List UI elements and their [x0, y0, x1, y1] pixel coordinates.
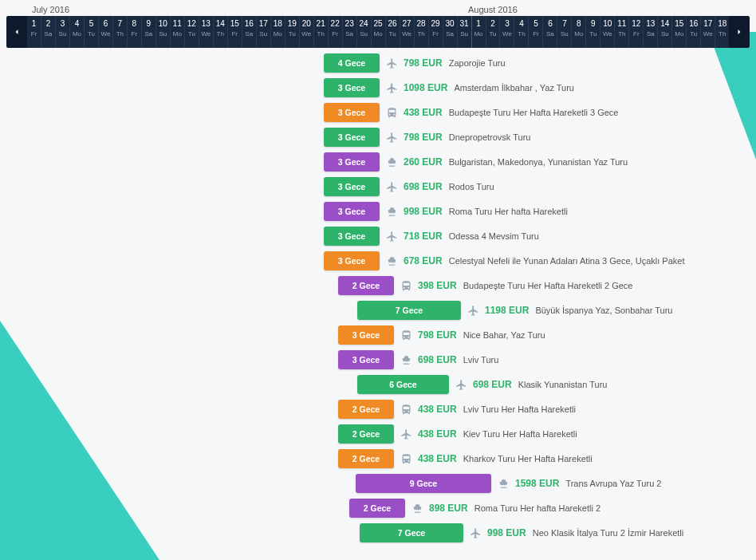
calendar-day[interactable]: 3We [500, 16, 514, 48]
tour-price: 1598 EUR [515, 478, 559, 489]
calendar-day[interactable]: 1Mo [472, 16, 486, 48]
tour-row[interactable]: 3 Gece1098 EURAmsterdam İlkbahar , Yaz T… [29, 77, 727, 98]
plane-icon [384, 231, 399, 243]
month-right-label: August 2016 [468, 5, 724, 14]
tour-row[interactable]: 3 Gece698 EURLviv Turu [29, 349, 727, 370]
tour-price: 798 EUR [418, 329, 457, 341]
calendar-prev-button[interactable] [6, 16, 27, 48]
tour-row[interactable]: 2 Gece438 EURKiev Turu Her Hafta Hareket… [29, 424, 727, 444]
ship-icon [384, 206, 399, 218]
calendar-day[interactable]: 9Sa [142, 16, 156, 48]
calendar-day[interactable]: 14Th [214, 16, 228, 48]
tour-offset [29, 53, 324, 73]
calendar-day[interactable]: 15Mo [672, 16, 687, 48]
tour-nights-badge: 3 Gece [338, 350, 394, 369]
calendar-day[interactable]: 29Fr [429, 16, 443, 48]
tour-row[interactable]: 3 Gece998 EURRoma Turu Her hafta Hareket… [29, 201, 727, 222]
calendar-day[interactable]: 9Tu [586, 16, 600, 48]
calendar-day[interactable]: 6Sa [543, 16, 557, 48]
calendar-day[interactable]: 3Su [56, 16, 70, 48]
calendar-day[interactable]: 24Su [357, 16, 372, 48]
tour-title: Odessa 4 Mevsim Turu [449, 231, 539, 241]
tour-row[interactable]: 3 Gece798 EURNice Bahar, Yaz Turu [29, 325, 727, 345]
calendar-day[interactable]: 5Fr [529, 16, 543, 48]
calendar-day[interactable]: 21Th [314, 16, 329, 48]
tour-row[interactable]: 3 Gece438 EURBudapeşte Turu Her Hafta Ha… [29, 102, 727, 123]
calendar-day[interactable]: 27We [400, 16, 415, 48]
calendar-day[interactable]: 4Mo [70, 16, 85, 48]
tour-price: 678 EUR [404, 255, 443, 266]
calendar-day[interactable]: 18Th [715, 16, 729, 48]
tour-row[interactable]: 2 Gece898 EURRoma Turu Her hafta Hareket… [29, 498, 727, 519]
calendar-day[interactable]: 4Th [514, 16, 529, 48]
calendar-day[interactable]: 13We [199, 16, 214, 48]
tour-title: Lviv Turu Her Hafta Hareketli [463, 404, 576, 414]
calendar-day[interactable]: 12Fr [629, 16, 644, 48]
ship-icon [384, 156, 399, 168]
calendar-day[interactable]: 26Tu [386, 16, 400, 48]
tour-row[interactable]: 2 Gece438 EURLviv Turu Her Hafta Hareket… [29, 399, 727, 420]
calendar-day[interactable]: 16Sa [242, 16, 257, 48]
calendar-day[interactable]: 14Su [658, 16, 672, 48]
tour-row[interactable]: 4 Gece798 EURZaporojie Turu [29, 53, 727, 73]
calendar-day[interactable]: 31Su [458, 16, 472, 48]
calendar-day[interactable]: 7Su [557, 16, 572, 48]
calendar-day[interactable]: 28Th [415, 16, 429, 48]
calendar-day[interactable]: 17Su [257, 16, 271, 48]
tour-row[interactable]: 3 Gece678 EURCelestyal Nefeli ile Yunan … [29, 250, 727, 271]
tour-row[interactable]: 3 Gece260 EURBulgaristan, Makedonya, Yun… [29, 152, 727, 172]
calendar-day[interactable]: 11Mo [171, 16, 185, 48]
tour-nights-badge: 3 Gece [324, 177, 380, 196]
calendar-day[interactable]: 8Mo [572, 16, 586, 48]
tour-nights-badge: 3 Gece [324, 128, 380, 147]
calendar-day[interactable]: 2Sa [41, 16, 56, 48]
calendar-day[interactable]: 18Mo [271, 16, 285, 48]
calendar-day[interactable]: 22Fr [329, 16, 343, 48]
tour-nights-badge: 3 Gece [324, 78, 380, 97]
calendar-day[interactable]: 13Sa [644, 16, 658, 48]
tour-price: 398 EUR [418, 280, 457, 291]
tour-offset [29, 176, 324, 197]
calendar-day[interactable]: 7Th [113, 16, 128, 48]
tour-row[interactable]: 7 Gece998 EURNeo Klasik İtalya Turu 2 İz… [29, 523, 727, 543]
tour-row[interactable]: 3 Gece798 EURDnepropetrovsk Turu [29, 127, 727, 148]
tour-nights-badge: 2 Gece [338, 400, 394, 419]
calendar-day[interactable]: 12Tu [185, 16, 199, 48]
month-divider [471, 16, 472, 48]
calendar-day[interactable]: 5Tu [85, 16, 99, 48]
tour-nights-badge: 2 Gece [349, 499, 405, 518]
calendar-day[interactable]: 10We [600, 16, 615, 48]
calendar-day[interactable]: 11Th [615, 16, 629, 48]
plane-icon [466, 305, 480, 317]
tour-row[interactable]: 2 Gece398 EURBudapeşte Turu Her Hafta Ha… [29, 275, 727, 296]
calendar-day[interactable]: 16Tu [687, 16, 701, 48]
calendar-day[interactable]: 20We [300, 16, 314, 48]
calendar-day[interactable]: 23Sa [343, 16, 357, 48]
tour-offset [29, 102, 324, 123]
tour-row[interactable]: 9 Gece1598 EURTrans Avrupa Yaz Turu 2 [29, 473, 727, 494]
calendar-day[interactable]: 8Fr [128, 16, 142, 48]
calendar-day[interactable]: 15Fr [228, 16, 242, 48]
tour-row[interactable]: 2 Gece438 EURKharkov Turu Her Hafta Hare… [29, 448, 727, 469]
calendar-day[interactable]: 19Tu [285, 16, 300, 48]
tour-offset [29, 424, 338, 444]
calendar-day[interactable]: 17We [701, 16, 715, 48]
tour-offset [29, 275, 338, 296]
tour-row[interactable]: 3 Gece698 EURRodos Turu [29, 176, 727, 197]
ship-icon [384, 255, 399, 267]
calendar-day[interactable]: 2Tu [486, 16, 501, 48]
calendar-day[interactable]: 30Sa [443, 16, 458, 48]
calendar-day[interactable]: 1Fr [27, 16, 41, 48]
calendar-day[interactable]: 6We [99, 16, 113, 48]
tour-row[interactable]: 6 Gece698 EURKlasik Yunanistan Turu [29, 374, 727, 395]
calendar-next-button[interactable] [729, 16, 750, 48]
tour-price: 1198 EUR [485, 305, 529, 316]
tour-row[interactable]: 3 Gece718 EUROdessa 4 Mevsim Turu [29, 226, 727, 246]
calendar-day[interactable]: 10Su [156, 16, 171, 48]
tour-offset [29, 127, 324, 148]
calendar-day[interactable]: 25Mo [372, 16, 386, 48]
tour-row[interactable]: 7 Gece1198 EURBüyük İspanya Yaz, Sonbaha… [29, 300, 727, 321]
tour-title: Budapeşte Turu Her Hafta Hareketli 3 Gec… [449, 108, 619, 117]
bus-icon [399, 453, 413, 465]
tour-nights-badge: 6 Gece [357, 375, 449, 394]
